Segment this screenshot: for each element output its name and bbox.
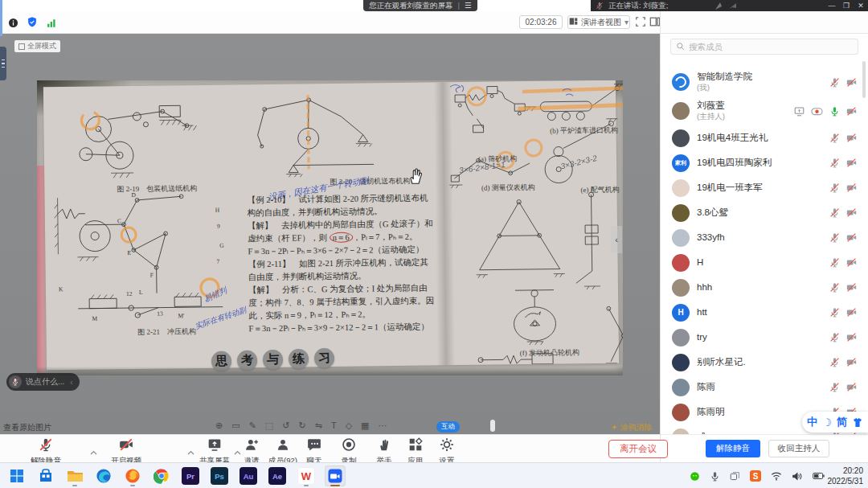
svg-text:F: F — [150, 272, 154, 279]
doodle-erase-button[interactable]: ✦ 涂鸦消除 — [611, 422, 652, 433]
fullscreen-pill[interactable]: 全屏模式 — [14, 40, 60, 52]
interact-badge[interactable]: 互动 — [436, 421, 460, 433]
taskbar-start-icon[interactable] — [6, 465, 27, 486]
sogou-tray-icon[interactable]: S — [750, 470, 761, 482]
crop-icon[interactable]: ⬚ — [265, 420, 273, 431]
ime-toolbar[interactable]: 中 ☽ 简 — [802, 412, 868, 433]
ime-moon-icon[interactable]: ☽ — [822, 416, 832, 429]
sidebar-handle[interactable] — [0, 47, 6, 80]
taskbar-chrome-icon[interactable] — [151, 465, 172, 486]
member-row[interactable]: 陈雨 — [661, 375, 868, 400]
shield-icon[interactable] — [27, 16, 38, 31]
text-icon[interactable]: T — [331, 420, 337, 431]
taskbar-premiere-icon[interactable]: Pr — [180, 465, 201, 486]
taskbar-edge-icon[interactable] — [93, 465, 114, 486]
svg-text:7: 7 — [216, 258, 219, 265]
svg-text:M: M — [92, 315, 97, 322]
taskbar-photoshop-icon[interactable]: Ps — [209, 465, 230, 486]
member-row[interactable]: 19机电4班王光礼 — [661, 125, 868, 150]
member-list-scrollbar[interactable] — [862, 61, 866, 98]
docked-edge — [0, 0, 2, 36]
viewer-left-text[interactable]: 查看原始图片 — [3, 422, 51, 433]
flip-icon[interactable]: ⇋ — [315, 420, 322, 431]
ime-lang-indicator[interactable]: 中 — [807, 415, 817, 429]
unmute-all-button[interactable]: 解除静音 — [706, 440, 760, 457]
mic-tray-icon[interactable] — [710, 471, 720, 482]
member-row[interactable]: H — [661, 250, 868, 275]
member-row[interactable]: 19机电一班李军 — [661, 175, 868, 200]
window-close-button[interactable]: ✕ — [854, 0, 868, 11]
member-row[interactable]: H htt — [661, 300, 868, 325]
member-row[interactable]: 333yfh — [661, 225, 868, 250]
collapse-left-icon[interactable]: ‹ — [70, 378, 72, 387]
chevron-up-icon[interactable] — [234, 444, 241, 458]
member-row[interactable]: 刘薇萱(主持人) — [661, 96, 868, 125]
ime-tray-icon[interactable] — [730, 471, 740, 482]
reclaim-host-button[interactable]: 收回主持人 — [768, 440, 829, 457]
search-input[interactable] — [689, 42, 841, 51]
banner-menu-icon[interactable]: ☰ — [465, 0, 472, 11]
member-row[interactable]: 3.8心鸳 — [661, 200, 868, 225]
taskbar-meeting-icon[interactable] — [325, 465, 346, 486]
more-icon[interactable]: ⋯ — [379, 420, 387, 431]
hand-icon — [377, 441, 391, 454]
member-row[interactable]: 智能制造学院(我) — [661, 68, 868, 96]
rotate-right-icon[interactable]: ↻ — [298, 420, 305, 431]
member-row[interactable]: 别听水星记. — [661, 350, 868, 375]
ime-skin-icon[interactable] — [852, 417, 863, 428]
quick-chat-placeholder: 说点什么... — [26, 376, 64, 388]
taskbar-date: 2022/5/31 — [828, 476, 864, 486]
svg-text:K: K — [59, 285, 63, 293]
member-row[interactable]: hhh — [661, 275, 868, 300]
fullscreen-icon[interactable] — [635, 16, 646, 31]
member-name: H — [697, 257, 703, 268]
info-icon[interactable] — [8, 17, 18, 31]
member-name: 333yfh — [697, 232, 725, 243]
shapes-icon[interactable]: ◇ — [346, 420, 352, 431]
leave-meeting-button[interactable]: 离开会议 — [608, 440, 668, 458]
share-icon — [794, 106, 805, 117]
chevron-up-icon[interactable] — [90, 444, 97, 458]
wechat-tray-icon[interactable] — [690, 471, 700, 482]
wifi-tray-icon[interactable] — [771, 471, 782, 481]
network-signal-icon[interactable] — [46, 17, 57, 31]
zoom-in-icon[interactable]: ⊕ — [215, 420, 223, 431]
panel-collapse-handle[interactable]: ‹ — [611, 226, 622, 253]
avatar — [672, 404, 690, 421]
window-minimize-button[interactable]: — — [825, 0, 839, 11]
meeting-topbar: 02:03:26 演讲者视图 ▾ — [0, 11, 868, 34]
member-row[interactable]: 家利 19机电四班陶家利 — [661, 150, 868, 175]
svg-text:D: D — [131, 191, 136, 199]
edit-icon[interactable]: ✎ — [249, 420, 256, 431]
viewer-scroll-thumb[interactable] — [490, 420, 495, 432]
member-row[interactable]: try — [661, 325, 868, 350]
member-name: 19机电四班陶家利 — [697, 158, 772, 168]
taskbar-audition-icon[interactable]: Au — [238, 465, 259, 486]
ime-simplified-indicator[interactable]: 简 — [837, 415, 847, 429]
chat-icon — [307, 441, 321, 454]
taskbar-clock[interactable]: 20:20 2022/5/31 — [828, 465, 864, 486]
taskbar-aftereffects-icon[interactable]: Ae — [267, 465, 288, 486]
member-search[interactable] — [670, 39, 858, 55]
rotate-left-icon[interactable]: ↺ — [282, 420, 289, 431]
volume-tray-icon[interactable] — [792, 471, 803, 482]
quick-chat-input[interactable]: 说点什么... ‹ — [6, 373, 80, 391]
window-maximize-button[interactable]: ❐ — [839, 0, 854, 11]
mosaic-icon[interactable]: ▦ — [361, 420, 369, 431]
battery-tray-icon[interactable] — [813, 472, 825, 480]
chevron-up-icon[interactable] — [187, 444, 194, 458]
taskbar-firefox-icon[interactable] — [122, 465, 143, 486]
watching-banner: 您正在观看刘薇萱的屏幕 | ☰ — [363, 0, 477, 11]
screen-icon — [18, 43, 25, 50]
mic-off-icon — [829, 332, 840, 342]
view-mode-dropdown[interactable]: 演讲者视图 ▾ — [567, 15, 630, 29]
taskbar-store-icon[interactable] — [35, 465, 56, 486]
svg-text:C: C — [117, 217, 121, 224]
taskbar-wps-icon[interactable]: W — [296, 465, 317, 486]
mic-off-icon — [829, 77, 840, 88]
fig-2-20-diagram — [240, 88, 410, 178]
mic-off-icon — [829, 207, 840, 218]
side-layout-icon[interactable] — [649, 16, 661, 31]
fit-icon[interactable]: ▭ — [231, 420, 240, 431]
taskbar-explorer-icon[interactable] — [64, 465, 85, 486]
